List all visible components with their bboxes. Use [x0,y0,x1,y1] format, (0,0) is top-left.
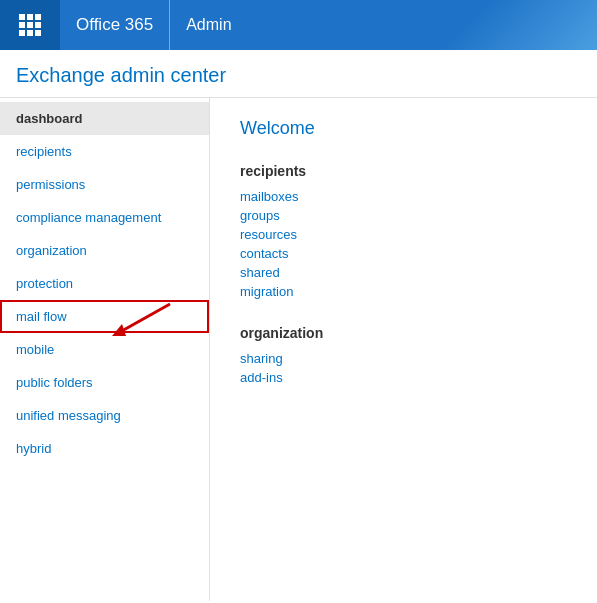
recipients-section: recipients mailboxes groups resources co… [240,163,567,301]
sidebar-item-hybrid[interactable]: hybrid [0,432,209,465]
link-contacts[interactable]: contacts [240,244,567,263]
link-add-ins[interactable]: add-ins [240,368,567,387]
sidebar-item-unified-messaging[interactable]: unified messaging [0,399,209,432]
link-mailboxes[interactable]: mailboxes [240,187,567,206]
page-title-bar: Exchange admin center [0,50,597,98]
sidebar-item-organization[interactable]: organization [0,234,209,267]
sidebar-item-protection[interactable]: protection [0,267,209,300]
sidebar-item-mail-flow[interactable]: mail flow [0,300,209,333]
sidebar-item-public-folders[interactable]: public folders [0,366,209,399]
header-decoration [248,0,597,50]
sidebar-item-permissions[interactable]: permissions [0,168,209,201]
main-layout: dashboard recipients permissions complia… [0,98,597,601]
page-title: Exchange admin center [16,64,581,87]
sidebar-item-dashboard[interactable]: dashboard [0,102,209,135]
link-sharing[interactable]: sharing [240,349,567,368]
app-title: Office 365 [60,0,170,50]
mail-flow-wrapper: mail flow [0,300,209,333]
organization-section: organization sharing add-ins [240,325,567,387]
grid-icon [19,14,41,36]
welcome-heading: Welcome [240,118,567,139]
sidebar-item-compliance-management[interactable]: compliance management [0,201,209,234]
sidebar: dashboard recipients permissions complia… [0,98,210,601]
app-grid-button[interactable] [0,0,60,50]
link-groups[interactable]: groups [240,206,567,225]
top-bar: Office 365 Admin [0,0,597,50]
admin-label: Admin [170,0,247,50]
organization-section-title: organization [240,325,567,341]
link-shared[interactable]: shared [240,263,567,282]
recipients-section-title: recipients [240,163,567,179]
link-resources[interactable]: resources [240,225,567,244]
sidebar-item-recipients[interactable]: recipients [0,135,209,168]
content-area: Welcome recipients mailboxes groups reso… [210,98,597,601]
sidebar-item-mobile[interactable]: mobile [0,333,209,366]
link-migration[interactable]: migration [240,282,567,301]
